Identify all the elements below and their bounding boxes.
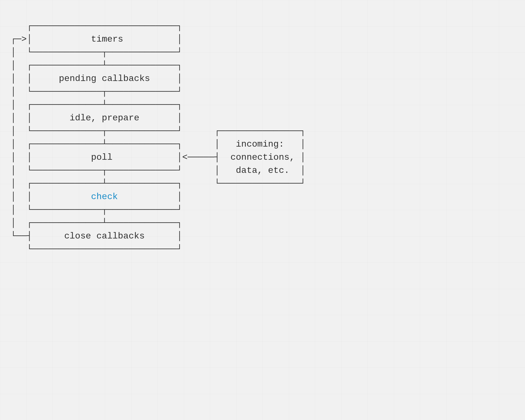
- phase-close-callbacks: close callbacks: [64, 231, 145, 241]
- phase-idle-prepare: idle, prepare: [70, 113, 139, 123]
- event-loop-diagram: ┌───────────────────────────┐ ┌─>│ timer…: [0, 0, 525, 256]
- incoming-line-3: data, etc.: [236, 165, 290, 176]
- incoming-line-1: incoming:: [236, 139, 284, 149]
- phase-check: check: [91, 192, 118, 202]
- phase-poll: poll: [91, 152, 113, 163]
- phase-timers: timers: [91, 34, 123, 44]
- incoming-line-2: connections,: [230, 152, 295, 163]
- phase-pending-callbacks: pending callbacks: [59, 73, 150, 84]
